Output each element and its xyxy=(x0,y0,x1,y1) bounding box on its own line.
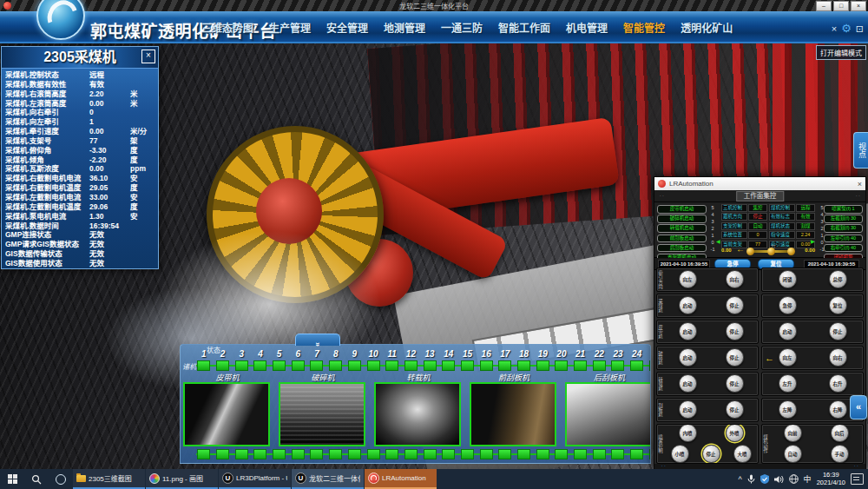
control-button[interactable]: 外喷 xyxy=(726,424,744,442)
channel-indicator[interactable] xyxy=(216,360,229,371)
control-button[interactable]: 向右 xyxy=(726,270,744,288)
edit-mode-button[interactable]: 打开编辑模式 xyxy=(816,45,866,60)
close-icon[interactable]: × xyxy=(141,50,155,63)
channel-indicator[interactable] xyxy=(442,449,455,459)
channel-indicator[interactable] xyxy=(498,449,511,459)
channel-indicator[interactable] xyxy=(216,449,229,459)
start-button[interactable] xyxy=(0,469,24,489)
nav-item[interactable]: 地测管理 xyxy=(384,20,425,35)
channel-indicator[interactable] xyxy=(253,449,266,459)
channel-indicator[interactable] xyxy=(253,360,266,371)
automation-button[interactable]: 转载机启动 xyxy=(657,224,707,233)
camera-view[interactable] xyxy=(279,382,365,446)
control-button[interactable]: 手动 xyxy=(831,445,849,463)
channel-indicator[interactable] xyxy=(574,449,587,459)
microphone-icon[interactable] xyxy=(747,474,755,484)
channel-indicator[interactable] xyxy=(424,449,437,459)
maximize-button[interactable]: □ xyxy=(833,1,849,11)
control-button[interactable]: 启动 xyxy=(679,400,697,419)
channel-indicator[interactable] xyxy=(480,449,493,459)
control-button[interactable]: 内喷 xyxy=(679,424,697,442)
channel-indicator[interactable] xyxy=(385,449,398,459)
control-button[interactable]: 停止 xyxy=(726,296,744,314)
nav-item[interactable]: 智能管控 xyxy=(623,20,665,35)
nav-item[interactable]: 智能工作面 xyxy=(498,20,550,35)
control-button[interactable]: 自动 xyxy=(784,445,802,463)
automation-button[interactable]: 后刮板启动 xyxy=(657,244,707,253)
channel-indicator[interactable] xyxy=(235,449,248,459)
channel-indicator[interactable] xyxy=(611,449,624,459)
minimize-button[interactable]: – xyxy=(816,1,832,11)
automation-button[interactable]: 左牵引(f) 40 xyxy=(824,235,863,243)
camera-view[interactable] xyxy=(470,382,556,446)
channel-indicator[interactable] xyxy=(348,360,361,371)
control-button[interactable]: 停止 xyxy=(726,322,744,340)
control-button[interactable]: 左升 xyxy=(779,374,797,393)
channel-indicator[interactable] xyxy=(536,360,549,371)
channel-indicator[interactable] xyxy=(630,360,643,371)
automation-button[interactable]: 喷雾泵(f) 1 xyxy=(824,205,863,214)
camera-view[interactable] xyxy=(183,382,270,446)
bottom-panel-toggle[interactable]: » xyxy=(295,334,340,346)
slider-track[interactable]: 77 xyxy=(748,250,793,253)
channel-indicator[interactable] xyxy=(310,449,323,459)
control-button[interactable]: 停止 xyxy=(702,445,720,463)
control-button[interactable]: 大喷 xyxy=(733,445,752,463)
camera-view[interactable] xyxy=(565,382,651,446)
control-button[interactable]: 向左 xyxy=(679,270,697,288)
channel-indicator[interactable] xyxy=(273,360,286,371)
channel-indicator[interactable] xyxy=(385,360,398,371)
control-button[interactable]: 总停 xyxy=(829,270,847,288)
automation-button[interactable]: 右牵引(f) 40 xyxy=(824,244,863,253)
control-button[interactable]: 启动 xyxy=(679,322,697,340)
automation-titlebar[interactable]: LRAutomation × xyxy=(654,177,865,190)
speaker-icon[interactable] xyxy=(774,475,784,484)
control-button[interactable]: 复位 xyxy=(829,296,847,314)
channel-indicator[interactable] xyxy=(536,449,549,459)
control-button[interactable]: 向左 xyxy=(779,348,797,367)
channel-indicator[interactable] xyxy=(292,449,305,459)
search-button[interactable] xyxy=(24,469,49,489)
channel-indicator[interactable] xyxy=(649,360,651,371)
channel-indicator[interactable] xyxy=(404,360,418,371)
control-button[interactable]: 右降 xyxy=(829,400,847,419)
taskbar-app[interactable]: 2305三维截图 xyxy=(73,469,145,489)
taskbar-app[interactable]: ULR3DPlatform - U... xyxy=(219,469,291,489)
cortana-button[interactable] xyxy=(49,469,73,489)
gear-icon[interactable]: ⚙ xyxy=(841,23,852,34)
channel-indicator[interactable] xyxy=(517,360,530,371)
network-globe-icon[interactable] xyxy=(789,474,799,484)
channel-indicator[interactable] xyxy=(404,449,418,459)
control-button[interactable]: 启动 xyxy=(679,348,697,367)
channel-indicator[interactable] xyxy=(310,360,323,371)
channel-indicator[interactable] xyxy=(555,449,568,459)
automation-button[interactable]: 左截割(f) 30 xyxy=(824,215,863,223)
taskbar-app[interactable]: 11.png - 画图 xyxy=(146,469,218,489)
automation-button[interactable]: 破碎机启动 xyxy=(657,215,707,223)
channel-indicator[interactable] xyxy=(273,449,286,459)
control-button[interactable]: 启动 xyxy=(679,374,697,393)
channel-indicator[interactable] xyxy=(555,360,568,371)
control-button[interactable]: 向后 xyxy=(831,424,849,442)
control-button[interactable]: 停止 xyxy=(726,348,744,367)
slider-knob[interactable] xyxy=(746,248,754,255)
control-button[interactable]: 小喷 xyxy=(671,445,689,463)
control-button[interactable]: 向前 xyxy=(784,424,802,442)
control-button[interactable]: 启动 xyxy=(779,322,797,340)
control-button[interactable]: 启动 xyxy=(679,296,697,314)
nav-item[interactable]: 机电管理 xyxy=(566,20,608,35)
channel-indicator[interactable] xyxy=(424,360,437,371)
channel-indicator[interactable] xyxy=(329,449,342,459)
tools-icon[interactable]: × xyxy=(832,23,837,34)
channel-indicator[interactable] xyxy=(235,360,248,371)
automation-button[interactable]: 右截割(f) 30 xyxy=(824,224,863,233)
channel-indicator[interactable] xyxy=(329,360,342,371)
channel-indicator[interactable] xyxy=(480,360,493,371)
nav-item[interactable]: 一通三防 xyxy=(441,20,483,35)
taskbar-app[interactable]: U龙软二三维一体化... xyxy=(292,469,364,489)
nav-item[interactable]: 生产管理 xyxy=(269,20,311,35)
channel-indicator[interactable] xyxy=(367,360,380,371)
automation-button[interactable]: 前刮板启动 xyxy=(657,235,707,243)
slider-knob[interactable] xyxy=(767,248,775,255)
channel-indicator[interactable] xyxy=(197,360,210,371)
